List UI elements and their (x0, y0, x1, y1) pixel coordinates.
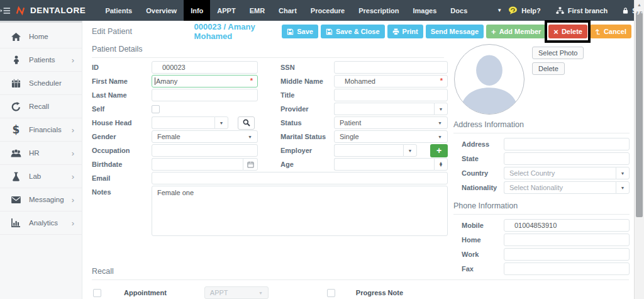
page-scrollbar[interactable]: ▲ (634, 0, 644, 299)
email-field[interactable] (152, 172, 448, 184)
first-name-field[interactable]: Amany (152, 75, 258, 87)
x-icon: × (553, 28, 558, 36)
sidebar-item-patients[interactable]: Patients › (0, 48, 82, 72)
age-spinner[interactable]: ▲▼ (334, 158, 448, 171)
field-label: Middle Name (280, 77, 334, 85)
sidebar-toggle-button[interactable] (0, 0, 11, 21)
user-menu[interactable]: System Administrator ▼ (623, 7, 644, 14)
field-label: Birthdate (92, 161, 152, 168)
recall-refresh-icon (9, 101, 23, 113)
home-phone-field[interactable] (504, 234, 630, 246)
delete-button-wrapper: × Delete (548, 25, 587, 38)
work-phone-field[interactable] (504, 248, 630, 261)
cancel-button[interactable]: Cancel (590, 25, 631, 38)
select-photo-button[interactable]: Select Photo (532, 47, 584, 59)
sidebar-item-scheduler[interactable]: Scheduler (0, 72, 82, 95)
sidebar-item-messaging[interactable]: Messaging › (0, 188, 82, 212)
chevron-down-icon[interactable]: ▼ (214, 116, 228, 129)
notes-textarea[interactable]: Female one (152, 186, 448, 236)
branch-selector[interactable]: First branch (556, 7, 608, 14)
house-head-select[interactable]: ▼ (152, 116, 228, 129)
address-section-title: Address Information (453, 120, 630, 133)
marital-status-select[interactable]: Single▼ (334, 130, 448, 143)
field-label: Age (280, 161, 334, 168)
nav-tab-appt[interactable]: APPT (210, 0, 242, 21)
middle-name-field[interactable] (334, 75, 448, 87)
sidebar-item-hr[interactable]: HR › (0, 142, 82, 165)
chevron-right-icon: › (72, 56, 74, 64)
nav-tab-docs[interactable]: Docs (443, 0, 474, 21)
progress-note-checkbox[interactable] (327, 289, 335, 297)
nav-tab-emr[interactable]: EMR (243, 0, 272, 21)
sidebar-item-recall[interactable]: Recall (0, 95, 82, 118)
title-field[interactable] (334, 89, 448, 101)
sidebar-item-lab[interactable]: Lab › (0, 165, 82, 188)
patient-link[interactable]: 000023 / Amany Mohamed (194, 22, 282, 41)
field-label: Address (453, 140, 504, 148)
chevron-down-icon[interactable]: ▼ (616, 167, 630, 179)
ssn-field[interactable] (334, 61, 448, 74)
delete-photo-button[interactable]: Delete (532, 62, 565, 75)
brand-logo[interactable]: DENTALORE (11, 0, 98, 21)
self-checkbox[interactable] (152, 105, 160, 113)
plus-icon: + (436, 145, 441, 155)
chevron-down-icon: ▼ (438, 135, 442, 139)
scrollbar-thumb[interactable] (636, 11, 643, 217)
envelope-icon (9, 194, 23, 206)
nav-tab-info[interactable]: Info (184, 0, 210, 21)
last-name-field[interactable] (152, 89, 258, 101)
appointment-checkbox[interactable] (93, 289, 101, 297)
add-employer-button[interactable]: + (430, 144, 448, 157)
nav-more-dropdown[interactable]: ▼ (491, 0, 508, 21)
branch-label: First branch (568, 7, 608, 14)
appointment-type-select[interactable]: APPT ▼ (204, 286, 269, 299)
sidebar-item-home[interactable]: Home (0, 25, 82, 48)
spinner-down-icon: ▼ (439, 164, 443, 167)
status-select[interactable]: Patient▼ (334, 116, 448, 129)
gender-select[interactable]: Female▼ (152, 130, 258, 143)
occupation-field[interactable] (152, 144, 258, 157)
page-header: Edit Patient 000023 / Amany Mohamed Save… (92, 23, 631, 40)
field-label: Nationality (453, 184, 504, 191)
field-label: Work (453, 251, 504, 258)
sidebar-item-label: Patients (29, 56, 72, 64)
chevron-down-icon: ▼ (248, 135, 252, 139)
chevron-down-icon[interactable]: ▼ (434, 103, 448, 115)
nav-tab-chart[interactable]: Chart (272, 0, 304, 21)
save-floppy-icon (287, 28, 294, 35)
calendar-button[interactable] (243, 158, 258, 171)
nav-tab-procedure[interactable]: Procedure (304, 0, 352, 21)
id-field[interactable] (152, 61, 258, 74)
nav-tab-overview[interactable]: Overview (139, 0, 184, 21)
add-member-button[interactable]: + Add Member (486, 25, 546, 38)
spinner-buttons[interactable]: ▲▼ (434, 158, 448, 171)
save-button[interactable]: Save (282, 25, 318, 38)
chevron-down-icon[interactable]: ▼ (616, 181, 630, 194)
patient-details-section-title: Patient Details (92, 45, 444, 58)
sidebar-item-label: Lab (29, 172, 72, 180)
sidebar-item-financials[interactable]: $ Financials › (0, 118, 82, 142)
nav-tab-patients[interactable]: Patients (98, 0, 139, 21)
employer-select[interactable]: ▼ (334, 144, 417, 157)
chevron-right-icon: › (72, 126, 74, 134)
print-button[interactable]: Print (387, 25, 423, 38)
birthdate-field[interactable] (152, 158, 258, 171)
address-field[interactable] (504, 138, 630, 150)
help-button[interactable]: Help? (508, 6, 541, 14)
house-head-search-button[interactable] (238, 116, 255, 130)
nav-tab-images[interactable]: Images (406, 0, 443, 21)
delete-button[interactable]: × Delete (548, 25, 587, 38)
sidebar-item-analytics[interactable]: Analytics › (0, 212, 82, 235)
save-close-button[interactable]: Save & Close (321, 25, 385, 38)
country-select[interactable]: Select Country ▼ (504, 167, 630, 179)
nationality-select[interactable]: Select Nationality ▼ (504, 181, 630, 194)
state-field[interactable] (504, 152, 630, 165)
mobile-field[interactable] (504, 219, 630, 232)
send-message-button[interactable]: Send Message (426, 25, 484, 38)
field-label: SSN (280, 64, 334, 71)
nav-tab-prescription[interactable]: Prescription (352, 0, 406, 21)
provider-select[interactable]: ▼ (334, 103, 448, 115)
progress-note-label: Progress Note (356, 289, 403, 296)
chevron-down-icon[interactable]: ▼ (403, 144, 417, 157)
brand-name: DENTALORE (30, 6, 86, 15)
